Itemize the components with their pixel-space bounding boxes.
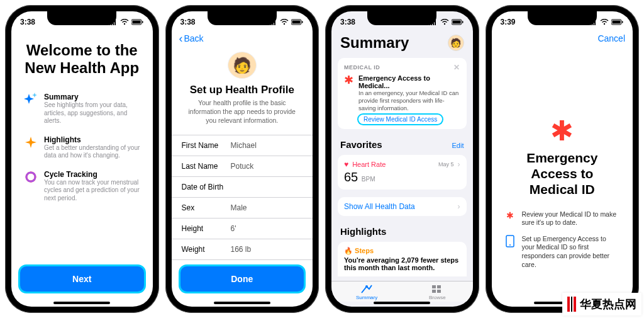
avatar[interactable]: 🧑	[228, 52, 257, 79]
svg-point-38	[604, 23, 605, 25]
heart-rate-label: Heart Rate	[352, 161, 435, 168]
feature-cycle: Cycle Tracking You can now track your me…	[11, 165, 153, 208]
field-label: First Name	[182, 141, 231, 150]
emergency-title: Emergency Access to Medical ID	[492, 145, 633, 207]
feature-text: Cycle Tracking You can now track your me…	[44, 170, 140, 203]
watermark-text: 华夏热点网	[580, 297, 636, 312]
content[interactable]: MEDICAL ID ✕ ✱ Emergency Access to Medic…	[331, 54, 473, 281]
screen: 3:39 Cancel ✱ Emergency Access to Medica…	[492, 11, 633, 307]
svg-marker-9	[32, 93, 37, 98]
field-value: Michael	[231, 141, 257, 150]
review-medical-id-button[interactable]: Review Medical ID Access	[358, 115, 442, 124]
wifi-icon	[280, 19, 289, 25]
sparkle-icon	[24, 93, 38, 106]
info-text: Set up Emergency Access to your Medical …	[522, 235, 621, 270]
wifi-icon	[440, 19, 449, 25]
status-time: 3:38	[340, 18, 355, 26]
browse-tab-icon	[431, 284, 443, 294]
content: Welcome to the New Health App Summary Se…	[11, 29, 153, 307]
svg-rect-7	[142, 21, 143, 23]
asterisk-icon: ✱	[492, 117, 633, 145]
status-time: 3:38	[180, 18, 196, 26]
battery-icon	[452, 19, 464, 25]
favorites-header: Favorites Edit	[331, 133, 473, 151]
highlights-header: Highlights	[331, 220, 473, 238]
asterisk-icon: ✱	[504, 210, 516, 227]
feature-summary: Summary See highlights from your data, a…	[11, 88, 153, 130]
profile-form: First Name Michael Last Name Potuck Date…	[172, 135, 313, 260]
field-value: Male	[231, 203, 247, 212]
show-all-card[interactable]: Show All Health Data ›	[338, 197, 467, 216]
feature-desc: Get a better understanding of your data …	[44, 144, 140, 160]
tab-label: Summary	[356, 295, 377, 300]
content: 🧑 Set up Health Profile Your health prof…	[172, 48, 313, 307]
cancel-button[interactable]: Cancel	[597, 33, 625, 43]
spark-icon	[24, 135, 38, 149]
field-last-name[interactable]: Last Name Potuck	[172, 156, 313, 177]
back-button[interactable]: ‹Back	[179, 32, 204, 45]
svg-rect-6	[132, 21, 140, 24]
cycle-icon	[24, 170, 38, 184]
field-value: Potuck	[231, 162, 254, 171]
field-label: Date of Birth	[182, 183, 231, 191]
svg-rect-28	[462, 21, 464, 23]
wifi-icon	[120, 19, 129, 25]
home-indicator[interactable]	[214, 302, 270, 304]
field-weight[interactable]: Weight 166 lb	[172, 239, 313, 260]
feature-title: Cycle Tracking	[44, 170, 140, 179]
field-height[interactable]: Height 6'	[172, 219, 313, 239]
svg-point-12	[26, 173, 35, 181]
edit-button[interactable]: Edit	[452, 142, 464, 149]
button-container: Done	[172, 260, 313, 302]
avatar-button[interactable]: 🧑	[448, 35, 464, 51]
svg-marker-10	[25, 137, 36, 148]
show-all-label: Show All Health Data	[344, 202, 458, 211]
info-row-review: ✱ Review your Medical ID to make sure it…	[492, 207, 633, 231]
button-container: Next	[11, 260, 153, 302]
screen: 3:38 ‹Back 🧑 Set up Health Profile Your …	[172, 11, 313, 307]
phone-summary: 3:38 Summary 🧑 MEDICAL ID ✕ ✱ Emergency	[325, 5, 479, 313]
steps-card[interactable]: 🔥 Steps You're averaging 2,079 fewer ste…	[338, 242, 467, 276]
tab-summary[interactable]: Summary	[331, 284, 402, 300]
field-dob[interactable]: Date of Birth	[172, 177, 313, 198]
battery-icon	[291, 19, 304, 25]
heart-rate-row: ♥ Heart Rate May 5 ›	[344, 160, 460, 169]
home-indicator[interactable]	[374, 302, 430, 304]
field-label: Last Name	[182, 162, 231, 171]
status-time: 3:38	[20, 18, 35, 26]
close-icon[interactable]: ✕	[453, 63, 460, 72]
profile-title: Set up Health Profile	[172, 84, 313, 96]
phone-profile: 3:38 ‹Back 🧑 Set up Health Profile Your …	[165, 5, 319, 313]
medical-id-text: Emergency Access to Medical... In an eme…	[358, 74, 460, 124]
chevron-right-icon: ›	[458, 160, 460, 169]
medical-id-card: MEDICAL ID ✕ ✱ Emergency Access to Medic…	[338, 58, 467, 129]
field-sex[interactable]: Sex Male	[172, 198, 313, 219]
phone-emergency: 3:39 Cancel ✱ Emergency Access to Medica…	[486, 5, 640, 313]
feature-desc: See highlights from your data, articles,…	[44, 101, 140, 125]
feature-title: Summary	[44, 93, 140, 101]
next-button[interactable]: Next	[20, 266, 144, 292]
watermark: 华夏热点网	[562, 293, 641, 315]
feature-title: Highlights	[44, 135, 140, 144]
feature-highlights: Highlights Get a better understanding of…	[11, 130, 153, 165]
svg-rect-41	[622, 21, 623, 23]
nav-bar: Cancel	[492, 29, 633, 48]
notch	[208, 11, 277, 25]
status-time: 3:39	[501, 18, 516, 26]
tab-bar: Summary Browse	[331, 281, 473, 302]
field-label: Weight	[182, 245, 231, 254]
field-first-name[interactable]: First Name Michael	[172, 135, 313, 156]
home-indicator[interactable]	[53, 302, 110, 304]
done-button[interactable]: Done	[180, 266, 304, 292]
svg-rect-31	[437, 285, 441, 288]
heart-rate-card[interactable]: ♥ Heart Rate May 5 › 65 BPM	[338, 155, 467, 190]
summary-tab-icon	[360, 284, 373, 294]
svg-point-4	[123, 23, 125, 25]
svg-rect-32	[432, 290, 436, 293]
svg-marker-8	[24, 94, 34, 104]
card-header: MEDICAL ID ✕	[344, 63, 460, 72]
tab-browse[interactable]: Browse	[402, 284, 472, 300]
medical-id-row: ✱ Emergency Access to Medical... In an e…	[344, 74, 460, 124]
nav-bar: ‹Back	[172, 29, 313, 48]
screen: 3:38 Summary 🧑 MEDICAL ID ✕ ✱ Emergency	[331, 11, 473, 307]
